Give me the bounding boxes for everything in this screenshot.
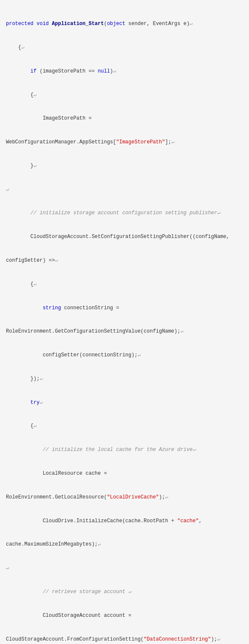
line-4: {↵ [6,91,243,99]
line-11: configSetter) =>↵ [6,257,243,265]
code-container: protected void Application_Start(object … [0,0,249,644]
line-22: CloudDrive.InitializeCache(cache.RootPat… [6,517,243,525]
line-21: RoleEnvironment.GetLocalResource("LocalD… [6,493,243,501]
line-12: {↵ [6,280,243,288]
line-23: cache.MaximumSizeInMegabytes);↵ [6,540,243,549]
line-15: configSetter(connectionString);↵ [6,351,243,359]
line-9: // initialize storage account configurat… [6,209,243,217]
line-1: protected void Application_Start(object … [6,20,243,28]
line-16: });↵ [6,375,243,383]
method-name: Application_Start [52,21,104,27]
line-19: // initialize the local cache for the Az… [6,446,243,454]
line-27: CloudStorageAccount.FromConfigurationSet… [6,636,243,644]
line-8: ↵ [6,186,243,194]
line-26: CloudStorageAccount account = [6,612,243,620]
line-3: if (imageStorePath == null)↵ [6,67,243,76]
line-5: ImageStorePath = [6,115,243,123]
line-25: // retrieve storage account ↵ [6,588,243,596]
line-10: CloudStorageAccount.SetConfigurationSett… [6,233,243,241]
line-14: RoleEnvironment.GetConfigurationSettingV… [6,328,243,336]
line-24: ↵ [6,564,243,572]
line-6: WebConfigurationManager.AppSettings["Ima… [6,138,243,146]
code-block: protected void Application_Start(object … [6,4,243,644]
line-2: {↵ [6,44,243,52]
keyword-protected: protected [6,21,34,27]
line-13: string connectionString = [6,304,243,312]
line-20: LocalResource cache = [6,470,243,478]
line-18: {↵ [6,422,243,430]
line-7: }↵ [6,162,243,170]
line-17: try↵ [6,399,243,407]
return-arrow: ↵ [190,21,192,27]
keyword-object: object [107,21,125,27]
keyword-void: void [37,21,49,27]
